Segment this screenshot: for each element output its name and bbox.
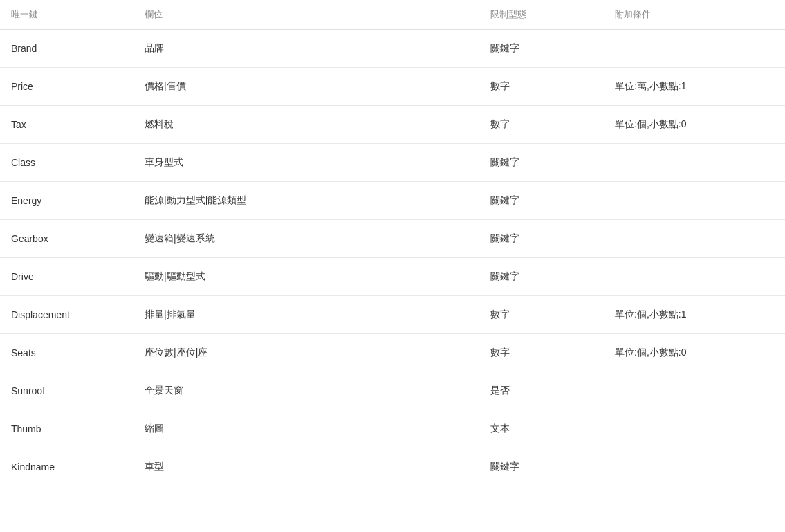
header-type: 限制型態 xyxy=(479,0,604,30)
cell-type: 關鍵字 xyxy=(479,30,604,68)
cell-type: 關鍵字 xyxy=(479,258,604,296)
table-row: Drive驅動|驅動型式關鍵字 xyxy=(0,258,785,296)
cell-key: Brand xyxy=(0,30,133,68)
cell-extra xyxy=(604,144,785,182)
table-row: Displacement排量|排氣量數字單位:個,小數點:1 xyxy=(0,296,785,334)
cell-field: 排量|排氣量 xyxy=(133,296,479,334)
table-row: Sunroof全景天窗是否 xyxy=(0,372,785,410)
cell-extra: 單位:萬,小數點:1 xyxy=(604,68,785,106)
cell-field: 車身型式 xyxy=(133,144,479,182)
cell-key: Thumb xyxy=(0,410,133,448)
cell-type: 文本 xyxy=(479,410,604,448)
cell-type: 關鍵字 xyxy=(479,448,604,486)
cell-key: Sunroof xyxy=(0,372,133,410)
table-row: Tax燃料稅數字單位:個,小數點:0 xyxy=(0,106,785,144)
cell-type: 關鍵字 xyxy=(479,182,604,220)
cell-extra xyxy=(604,30,785,68)
cell-extra xyxy=(604,182,785,220)
table-row: Thumb縮圖文本 xyxy=(0,410,785,448)
cell-key: Drive xyxy=(0,258,133,296)
cell-key: Tax xyxy=(0,106,133,144)
cell-field: 車型 xyxy=(133,448,479,486)
table-row: Kindname車型關鍵字 xyxy=(0,448,785,486)
cell-extra xyxy=(604,448,785,486)
cell-key: Class xyxy=(0,144,133,182)
cell-extra: 單位:個,小數點:1 xyxy=(604,296,785,334)
table-row: Seats座位數|座位|座數字單位:個,小數點:0 xyxy=(0,334,785,372)
cell-type: 數字 xyxy=(479,334,604,372)
cell-field: 座位數|座位|座 xyxy=(133,334,479,372)
cell-type: 數字 xyxy=(479,68,604,106)
cell-key: Price xyxy=(0,68,133,106)
cell-key: Energy xyxy=(0,182,133,220)
cell-extra: 單位:個,小數點:0 xyxy=(604,106,785,144)
cell-key: Seats xyxy=(0,334,133,372)
table-row: Class車身型式關鍵字 xyxy=(0,144,785,182)
cell-field: 全景天窗 xyxy=(133,372,479,410)
cell-extra xyxy=(604,220,785,258)
header-extra: 附加條件 xyxy=(604,0,785,30)
cell-extra xyxy=(604,258,785,296)
cell-field: 能源|動力型式|能源類型 xyxy=(133,182,479,220)
table-header-row: 唯一鍵 欄位 限制型態 附加條件 xyxy=(0,0,785,30)
cell-field: 燃料稅 xyxy=(133,106,479,144)
table-row: Price價格|售價數字單位:萬,小數點:1 xyxy=(0,68,785,106)
header-key: 唯一鍵 xyxy=(0,0,133,30)
data-table: 唯一鍵 欄位 限制型態 附加條件 Brand品牌關鍵字Price價格|售價數字單… xyxy=(0,0,785,486)
table-row: Gearbox變速箱|變速系統關鍵字 xyxy=(0,220,785,258)
cell-extra xyxy=(604,410,785,448)
cell-extra xyxy=(604,372,785,410)
header-field: 欄位 xyxy=(133,0,479,30)
cell-type: 關鍵字 xyxy=(479,220,604,258)
cell-type: 是否 xyxy=(479,372,604,410)
cell-field: 價格|售價 xyxy=(133,68,479,106)
cell-extra: 單位:個,小數點:0 xyxy=(604,334,785,372)
cell-key: Gearbox xyxy=(0,220,133,258)
table-row: Brand品牌關鍵字 xyxy=(0,30,785,68)
cell-type: 關鍵字 xyxy=(479,144,604,182)
table-row: Energy能源|動力型式|能源類型關鍵字 xyxy=(0,182,785,220)
cell-field: 驅動|驅動型式 xyxy=(133,258,479,296)
cell-type: 數字 xyxy=(479,106,604,144)
cell-type: 數字 xyxy=(479,296,604,334)
cell-field: 縮圖 xyxy=(133,410,479,448)
main-container: 唯一鍵 欄位 限制型態 附加條件 Brand品牌關鍵字Price價格|售價數字單… xyxy=(0,0,785,532)
cell-key: Displacement xyxy=(0,296,133,334)
cell-field: 品牌 xyxy=(133,30,479,68)
cell-field: 變速箱|變速系統 xyxy=(133,220,479,258)
cell-key: Kindname xyxy=(0,448,133,486)
